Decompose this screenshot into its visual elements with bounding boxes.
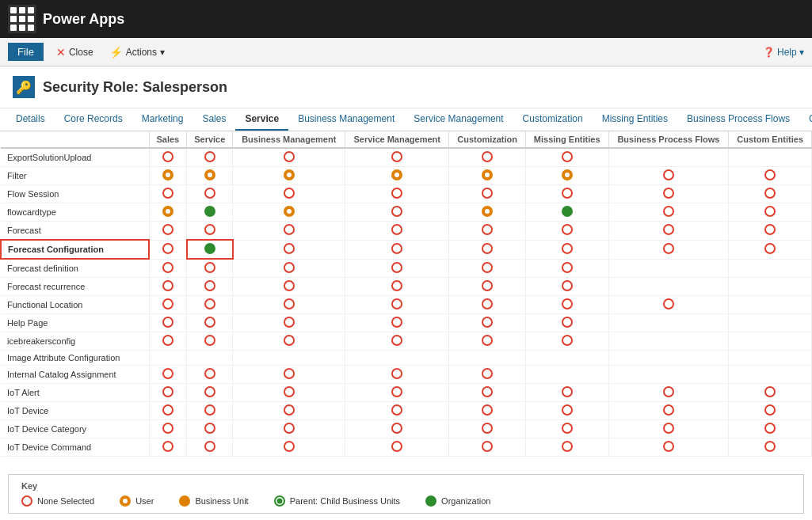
table-container[interactable]: Sales Service Business Management Servic… (0, 131, 812, 468)
none-circle-icon[interactable] (162, 151, 173, 162)
none-circle-icon[interactable] (284, 243, 295, 254)
permission-cell[interactable] (345, 402, 449, 420)
permission-cell[interactable] (525, 203, 608, 222)
none-circle-icon[interactable] (562, 386, 573, 397)
none-circle-icon[interactable] (482, 298, 493, 309)
none-circle-icon[interactable] (162, 423, 173, 434)
none-circle-icon[interactable] (162, 298, 173, 309)
none-circle-icon[interactable] (391, 441, 402, 452)
user-circle-icon[interactable] (204, 169, 215, 180)
user-circle-icon[interactable] (482, 169, 493, 180)
permission-cell[interactable] (608, 314, 729, 332)
none-circle-icon[interactable] (562, 404, 573, 416)
none-circle-icon[interactable] (482, 262, 493, 273)
permission-cell[interactable] (525, 402, 608, 420)
permission-cell[interactable] (233, 148, 345, 167)
permission-cell[interactable] (608, 278, 729, 296)
permission-cell[interactable] (233, 259, 345, 278)
permission-cell[interactable] (449, 438, 525, 457)
none-circle-icon[interactable] (204, 441, 215, 452)
none-circle-icon[interactable] (204, 280, 215, 291)
none-circle-icon[interactable] (482, 368, 493, 379)
permission-cell[interactable] (449, 185, 525, 203)
none-circle-icon[interactable] (391, 151, 402, 162)
none-circle-icon[interactable] (162, 224, 173, 235)
permission-cell[interactable] (525, 222, 608, 241)
org-circle-icon[interactable] (204, 243, 215, 254)
none-circle-icon[interactable] (284, 151, 295, 162)
permission-cell[interactable] (449, 332, 525, 351)
permission-cell[interactable] (525, 332, 608, 351)
permission-cell[interactable] (233, 351, 345, 366)
permission-cell[interactable] (233, 402, 345, 420)
tab-details[interactable]: Details (6, 108, 55, 131)
none-circle-icon[interactable] (562, 224, 573, 235)
permission-cell[interactable] (608, 203, 729, 222)
permission-cell[interactable] (345, 438, 449, 457)
permission-cell[interactable] (345, 203, 449, 222)
user-circle-icon[interactable] (162, 206, 173, 217)
none-circle-icon[interactable] (663, 441, 674, 452)
permission-cell[interactable] (608, 185, 729, 203)
permission-cell[interactable] (149, 167, 187, 185)
permission-cell[interactable] (345, 185, 449, 203)
none-circle-icon[interactable] (162, 404, 173, 416)
none-circle-icon[interactable] (764, 243, 776, 254)
permission-cell[interactable] (233, 240, 345, 259)
permission-cell[interactable] (149, 332, 187, 351)
tab-customization[interactable]: Customization (513, 108, 593, 131)
none-circle-icon[interactable] (204, 317, 215, 328)
actions-button[interactable]: ⚡ Actions ▾ (106, 44, 168, 60)
none-circle-icon[interactable] (162, 386, 173, 397)
permission-cell[interactable] (187, 240, 233, 259)
permission-cell[interactable] (149, 222, 187, 241)
permission-cell[interactable] (729, 420, 812, 438)
none-circle-icon[interactable] (482, 423, 493, 434)
permission-cell[interactable] (608, 259, 729, 278)
permission-cell[interactable] (525, 384, 608, 402)
permission-cell[interactable] (233, 366, 345, 384)
permission-cell[interactable] (345, 314, 449, 332)
permission-cell[interactable] (525, 185, 608, 203)
org-circle-icon[interactable] (204, 206, 215, 217)
permission-cell[interactable] (729, 384, 812, 402)
permission-cell[interactable] (449, 366, 525, 384)
permission-cell[interactable] (525, 438, 608, 457)
permission-cell[interactable] (345, 222, 449, 241)
permission-cell[interactable] (729, 148, 812, 167)
permission-cell[interactable] (525, 296, 608, 314)
none-circle-icon[interactable] (663, 169, 674, 180)
user-circle-icon[interactable] (482, 206, 493, 217)
permission-cell[interactable] (608, 148, 729, 167)
permission-cell[interactable] (233, 384, 345, 402)
none-circle-icon[interactable] (391, 188, 402, 199)
none-circle-icon[interactable] (482, 404, 493, 416)
permission-cell[interactable] (149, 402, 187, 420)
tab-sales[interactable]: Sales (193, 108, 235, 131)
none-circle-icon[interactable] (391, 317, 402, 328)
none-circle-icon[interactable] (162, 188, 173, 199)
permission-cell[interactable] (187, 278, 233, 296)
none-circle-icon[interactable] (663, 404, 674, 416)
none-circle-icon[interactable] (482, 188, 493, 199)
tab-missing-entities[interactable]: Missing Entities (593, 108, 677, 131)
none-circle-icon[interactable] (204, 404, 215, 416)
user-circle-icon[interactable] (391, 169, 402, 180)
permission-cell[interactable] (729, 185, 812, 203)
none-circle-icon[interactable] (562, 280, 573, 291)
permission-cell[interactable] (729, 402, 812, 420)
none-circle-icon[interactable] (391, 243, 402, 254)
none-circle-icon[interactable] (162, 317, 173, 328)
permission-cell[interactable] (608, 167, 729, 185)
permission-cell[interactable] (149, 384, 187, 402)
none-circle-icon[interactable] (284, 423, 295, 434)
permission-cell[interactable] (233, 296, 345, 314)
permission-cell[interactable] (149, 296, 187, 314)
none-circle-icon[interactable] (764, 386, 776, 397)
none-circle-icon[interactable] (204, 386, 215, 397)
permission-cell[interactable] (449, 259, 525, 278)
permission-cell[interactable] (525, 351, 608, 366)
permission-cell[interactable] (525, 278, 608, 296)
tab-service[interactable]: Service (235, 108, 288, 131)
none-circle-icon[interactable] (562, 335, 573, 346)
